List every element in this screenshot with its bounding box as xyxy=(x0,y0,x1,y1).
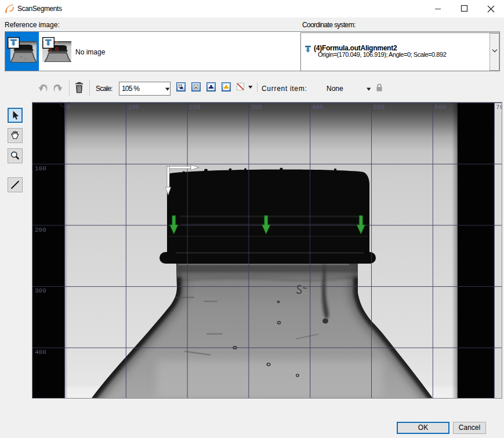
svg-text:700: 700 xyxy=(496,104,502,111)
svg-text:0: 0 xyxy=(67,104,71,111)
svg-text:300: 300 xyxy=(251,104,262,111)
svg-text:600: 600 xyxy=(434,104,446,111)
svg-text:100: 100 xyxy=(35,165,46,172)
svg-text:400: 400 xyxy=(312,104,324,111)
svg-text:400: 400 xyxy=(35,349,46,356)
svg-text:500: 500 xyxy=(374,104,385,111)
svg-text:200: 200 xyxy=(35,227,46,233)
svg-text:300: 300 xyxy=(35,287,46,294)
svg-text:200: 200 xyxy=(189,104,201,111)
svg-text:100: 100 xyxy=(128,104,139,111)
